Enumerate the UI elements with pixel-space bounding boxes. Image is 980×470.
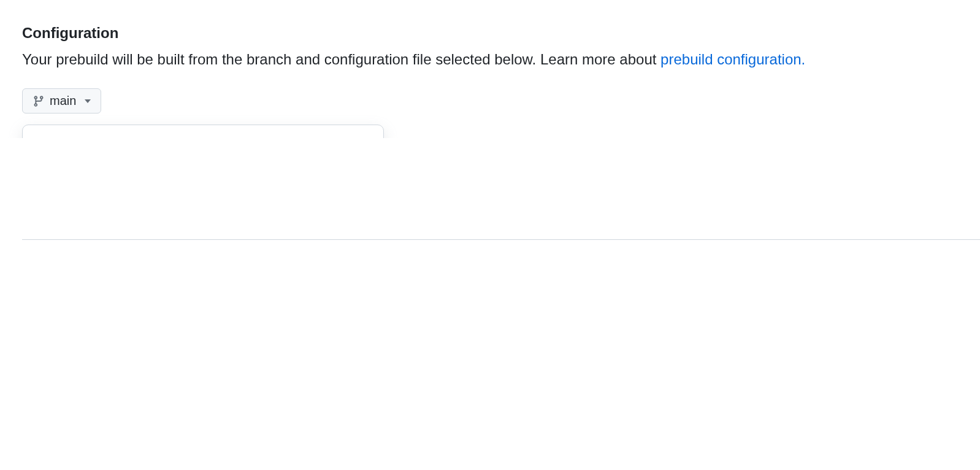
configuration-description-text: Your prebuild will be built from the bra… [22,51,660,67]
branch-selector-label: main [50,94,76,108]
configuration-description: Your prebuild will be built from the bra… [22,48,958,71]
branch-dropdown-panel: Select branch main feb-sprint2-featureC [22,125,384,138]
close-dropdown-button[interactable] [353,135,371,138]
git-branch-icon [33,95,45,107]
prebuild-configuration-link[interactable]: prebuild configuration. [660,51,805,67]
configuration-title: Configuration [22,25,958,42]
branch-selector-button[interactable]: main [22,88,101,114]
dropdown-title: Select branch [41,136,129,138]
dropdown-header: Select branch [23,125,383,138]
close-icon [355,137,369,138]
caret-down-icon [85,99,91,103]
